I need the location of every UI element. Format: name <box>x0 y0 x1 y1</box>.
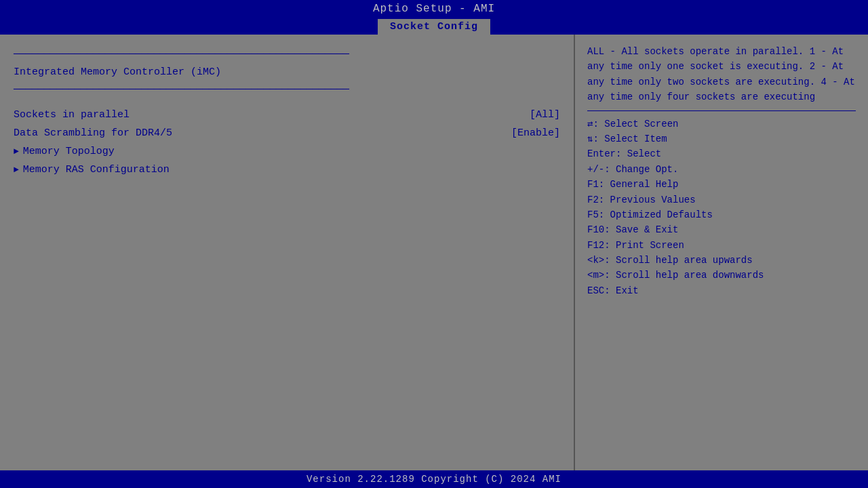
key-scroll-down: <m>: Scroll help area downwards <box>587 268 856 283</box>
arrow-icon-topology: ► <box>14 145 19 159</box>
help-divider <box>587 110 856 111</box>
key-f1: F1: General Help <box>587 177 856 192</box>
key-bindings: ⇄: Select Screen ⇅: Select Item Enter: S… <box>587 117 856 299</box>
key-f10: F10: Save & Exit <box>587 222 856 237</box>
key-f5: F5: Optimized Defaults <box>587 207 856 222</box>
menu-item-label-ras: Memory RAS Configuration <box>23 162 170 178</box>
footer-text: Version 2.22.1289 Copyright (C) 2024 AMI <box>307 474 561 485</box>
help-description: ALL - All sockets operate in parallel. 1… <box>587 44 856 105</box>
key-enter: Enter: Select <box>587 146 856 161</box>
bios-screen: Aptio Setup - AMI Socket Config ────────… <box>0 0 868 488</box>
section-title: Integrated Memory Controller (iMC) <box>14 64 560 81</box>
key-esc: ESC: Exit <box>587 283 856 298</box>
arrow-icon-ras: ► <box>14 163 19 178</box>
main-area: ────────────────────────────────────────… <box>0 35 868 470</box>
menu-row-sockets[interactable]: Sockets in parallel [All] <box>14 107 560 123</box>
key-scroll-up: <k>: Scroll help area upwards <box>587 253 856 268</box>
menu-item-label-scrambling: Data Scrambling for DDR4/5 <box>14 125 172 142</box>
top-divider: ────────────────────────────────────────… <box>14 47 560 63</box>
key-select-item: ⇅: Select Item <box>587 131 856 146</box>
left-panel: ────────────────────────────────────────… <box>0 35 575 470</box>
app-title: Aptio Setup - AMI <box>373 3 495 15</box>
menu-item-value-sockets: [All] <box>530 107 560 123</box>
header-title-bar: Aptio Setup - AMI <box>0 0 868 18</box>
menu-item-ras[interactable]: ► Memory RAS Configuration <box>14 162 560 178</box>
active-tab[interactable]: Socket Config <box>378 19 490 35</box>
bottom-divider: ────────────────────────────────────────… <box>14 82 560 98</box>
menu-item-label-sockets: Sockets in parallel <box>14 107 130 123</box>
key-select-screen: ⇄: Select Screen <box>587 117 856 131</box>
right-panel: ALL - All sockets operate in parallel. 1… <box>575 35 868 470</box>
footer-bar: Version 2.22.1289 Copyright (C) 2024 AMI <box>0 470 868 488</box>
key-f12: F12: Print Screen <box>587 238 856 253</box>
key-change-opt: +/-: Change Opt. <box>587 162 856 177</box>
menu-item-label-topology: Memory Topology <box>23 144 115 160</box>
key-f2: F2: Previous Values <box>587 192 856 207</box>
menu-row-scrambling[interactable]: Data Scrambling for DDR4/5 [Enable] <box>14 125 560 142</box>
tab-bar: Socket Config <box>0 18 868 35</box>
menu-item-value-scrambling: [Enable] <box>511 125 560 142</box>
menu-item-topology[interactable]: ► Memory Topology <box>14 144 560 160</box>
